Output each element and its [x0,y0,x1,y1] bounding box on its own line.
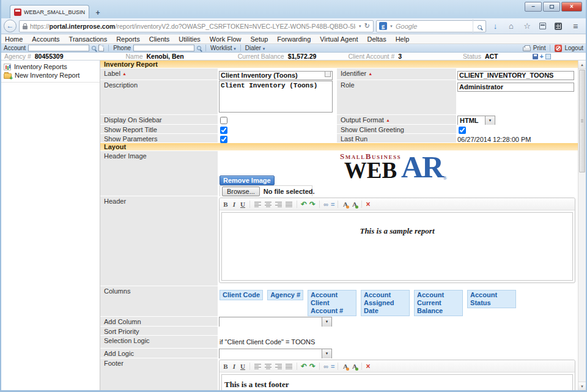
menu-item[interactable]: Deltas [367,35,386,43]
identifier-input[interactable] [457,71,574,80]
print-icon[interactable] [523,46,531,51]
scrollbar-thumb[interactable] [579,70,585,172]
account-search-icon[interactable] [92,46,96,50]
download-icon[interactable]: ↓ [489,21,502,31]
browse-button[interactable]: Browse... [222,187,260,196]
search-box[interactable]: g ▼ [376,20,486,32]
align-right-icon[interactable] [275,363,282,369]
align-center-icon[interactable] [264,201,272,207]
input-counter-icon[interactable] [325,71,331,77]
scroll-up-icon[interactable]: ▲ [578,61,586,69]
underline-icon[interactable]: U [240,363,246,370]
add-logic-select[interactable]: ▼ [219,349,332,359]
save-icon[interactable] [533,54,538,59]
select-caret-icon[interactable]: ▼ [322,317,331,327]
menu-item[interactable]: Clients [149,35,170,43]
menu-item[interactable]: Accounts [32,35,59,43]
remove-format-icon[interactable]: × [366,362,370,371]
role-input[interactable] [457,83,574,92]
display-on-sidebar-checkbox[interactable] [220,117,227,124]
addon-icon[interactable] [555,23,562,30]
column-chip[interactable]: Account Assigned Date [361,290,410,316]
worklist-menu[interactable]: Worklist ▾ [210,45,236,51]
minimize-button[interactable]: – [525,2,542,12]
column-chip[interactable]: Account Client Account # [308,290,356,316]
font-background-icon[interactable]: A [351,363,358,370]
dialer-menu[interactable]: Dialer ▾ [245,45,265,51]
align-left-icon[interactable] [254,201,262,207]
menu-item[interactable]: Setup [251,35,268,43]
menu-item[interactable]: Home [5,35,23,43]
account-input[interactable] [28,45,89,51]
phone-input[interactable] [133,45,194,51]
logout-icon[interactable] [555,45,562,52]
detach-window-icon[interactable] [545,54,551,59]
redo-icon[interactable]: ↷ [309,200,316,209]
maximize-button[interactable] [543,2,560,12]
sidebar-item-inventory-reports[interactable]: Inventory Reports [1,62,100,71]
phone-search-icon[interactable] [197,46,201,50]
remove-image-button[interactable]: Remove Image [220,176,275,185]
underline-icon[interactable]: U [240,201,246,208]
add-column-select[interactable]: ▼ [219,317,332,327]
back-button[interactable]: ← [4,20,17,32]
home-icon[interactable]: ⌂ [504,21,518,31]
menu-item[interactable]: Forwarding [277,35,311,43]
logout-label[interactable]: Logout [564,45,583,51]
label-input[interactable] [219,71,333,80]
menu-item[interactable]: Utilities [179,35,200,43]
font-color-icon[interactable]: A [342,363,349,370]
show-client-greeting-checkbox[interactable] [459,127,466,134]
add-icon[interactable]: + [540,54,544,59]
undo-icon[interactable]: ↶ [301,200,307,209]
column-chip[interactable]: Client Code [220,290,263,300]
menu-item[interactable]: Work Flow [210,35,242,43]
align-right-icon[interactable] [275,201,282,207]
column-chip[interactable]: Account Current Balance [414,290,463,316]
print-label[interactable]: Print [533,45,546,51]
align-justify-icon[interactable] [285,363,293,369]
description-textarea[interactable]: Client Inventory (Toons) [219,81,333,113]
link-icon[interactable]: ∞ [323,201,328,208]
menu-item[interactable]: Transactions [69,35,108,43]
page-scrollbar[interactable]: ▲ ▼ [578,61,586,390]
select-caret-icon[interactable]: ▼ [485,116,495,125]
new-tab-button[interactable]: + [90,7,105,18]
italic-icon[interactable]: I [231,201,237,208]
header-editor-content[interactable]: This is a sample report [221,212,573,281]
url-bar[interactable]: https://portal.interprose.com/report/inv… [19,20,374,32]
remove-format-icon[interactable]: × [366,200,370,209]
menu-item[interactable]: Reports [116,35,140,43]
menu-icon[interactable]: ≡ [567,21,583,31]
align-justify-icon[interactable] [285,201,293,207]
notes-icon[interactable] [98,45,104,51]
search-icon[interactable] [473,19,483,34]
font-background-icon[interactable]: A [351,201,358,208]
align-center-icon[interactable] [264,363,272,369]
bookmark-star-icon[interactable]: ☆ [520,21,534,31]
sidebar-item-new-inventory-report[interactable]: New Inventory Report [1,71,100,80]
column-chip[interactable]: Agency # [267,290,303,300]
url-dropdown-icon[interactable]: ▼ [358,24,362,28]
close-button[interactable]: × [561,2,582,12]
browser-tab[interactable]: WEBAR_SMALL_BUSINESS_DE... [10,5,89,18]
footer-editor-content[interactable]: This is a test footer [221,374,573,390]
bold-icon[interactable]: B [223,201,229,208]
select-caret-icon[interactable]: ▼ [322,349,331,358]
scroll-down-icon[interactable]: ▼ [578,382,586,390]
show-parameters-checkbox[interactable] [220,136,227,143]
undo-icon[interactable]: ↶ [301,362,307,371]
align-left-icon[interactable] [254,363,262,369]
link-icon[interactable]: ∞ [323,363,328,370]
horizontal-rule-icon[interactable]: = [331,201,334,208]
horizontal-rule-icon[interactable]: = [331,363,334,370]
italic-icon[interactable]: I [231,363,237,370]
redo-icon[interactable]: ↷ [309,362,316,371]
show-report-title-checkbox[interactable] [220,127,227,134]
menu-item[interactable]: Virtual Agent [320,35,358,43]
column-chip[interactable]: Account Status [467,290,516,308]
bold-icon[interactable]: B [223,363,229,370]
reload-icon[interactable]: ↻ [364,22,370,30]
clipboard-icon[interactable] [539,23,546,29]
search-input[interactable] [396,23,470,30]
